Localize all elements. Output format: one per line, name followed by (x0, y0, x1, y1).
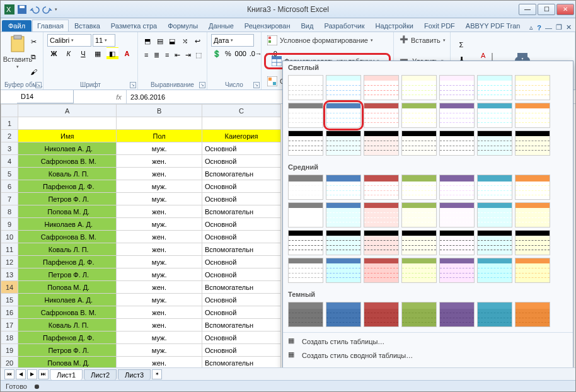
align-right-icon[interactable]: ≡ (163, 49, 171, 61)
cell[interactable]: муж. (117, 142, 202, 155)
column-header[interactable]: B (117, 105, 202, 117)
dialog-launcher-icon[interactable]: ↘ (130, 82, 136, 88)
table-style-swatch[interactable] (515, 302, 550, 327)
align-top-icon[interactable]: ⬒ (142, 35, 153, 47)
table-style-swatch[interactable] (439, 258, 475, 283)
row-header[interactable]: 9 (1, 218, 18, 231)
merge-cells-icon[interactable]: ⬚ (195, 49, 203, 61)
currency-icon[interactable]: 💲 (212, 47, 222, 60)
dialog-launcher-icon[interactable]: ↘ (253, 82, 260, 88)
row-header[interactable]: 18 (1, 331, 18, 344)
row-header[interactable]: 13 (1, 268, 18, 281)
cell[interactable]: Основной (202, 193, 280, 205)
table-style-swatch[interactable] (515, 258, 550, 283)
fill-color-button[interactable]: ◧ (107, 47, 118, 60)
table-style-swatch[interactable] (288, 75, 323, 100)
insert-cells-button[interactable]: ➕Вставить▾ (396, 34, 447, 47)
cell[interactable]: Основной (202, 218, 280, 231)
table-style-swatch[interactable] (477, 302, 512, 327)
cell[interactable]: муж. (117, 218, 202, 231)
cell[interactable]: Вспомогательн (202, 243, 280, 256)
table-style-swatch[interactable] (477, 202, 512, 228)
table-style-swatch[interactable] (364, 175, 399, 200)
table-style-swatch[interactable] (439, 103, 475, 128)
row-header[interactable]: 5 (1, 168, 18, 180)
cell[interactable]: муж. (117, 294, 202, 306)
cell[interactable]: Николаев А. Д. (18, 294, 117, 306)
cell[interactable]: муж. (117, 331, 202, 344)
cell[interactable]: Основной (202, 180, 280, 193)
row-header[interactable]: 6 (1, 180, 18, 193)
row-header[interactable]: 14 (1, 281, 18, 294)
table-style-swatch[interactable] (288, 258, 323, 283)
row-header[interactable]: 11 (1, 243, 18, 256)
table-style-swatch[interactable] (477, 103, 512, 128)
cell[interactable]: Вспомогательн (202, 168, 280, 180)
maximize-button[interactable]: ☐ (538, 4, 555, 15)
table-style-swatch[interactable] (439, 302, 475, 327)
dialog-launcher-icon[interactable]: ↘ (35, 82, 42, 88)
align-bottom-icon[interactable]: ⬓ (168, 35, 178, 47)
row-header[interactable]: 17 (1, 319, 18, 331)
table-style-swatch[interactable] (515, 130, 550, 156)
cell[interactable]: Парфенов Д. Ф. (18, 331, 117, 344)
table-style-swatch[interactable] (439, 75, 475, 100)
tab-formulas[interactable]: Формулы (163, 20, 203, 32)
cell[interactable]: Николаев А. Д. (18, 142, 117, 155)
header-name[interactable]: Имя (18, 130, 117, 142)
cell[interactable]: Вспомогательн (202, 281, 280, 294)
table-style-swatch[interactable] (439, 175, 475, 200)
new-sheet-button[interactable]: ✶ (152, 369, 162, 379)
tab-data[interactable]: Данные (204, 20, 239, 32)
table-style-swatch[interactable] (477, 130, 512, 156)
tab-addins[interactable]: Надстройки (371, 20, 418, 32)
name-box[interactable]: D14 (17, 90, 74, 103)
row-header[interactable]: 16 (1, 306, 18, 319)
sheet-tab-3[interactable]: Лист3 (118, 369, 151, 380)
cell[interactable]: жен. (117, 243, 202, 256)
table-style-swatch[interactable] (326, 175, 361, 200)
align-center-icon[interactable]: ≣ (153, 49, 161, 61)
table-style-swatch[interactable] (326, 302, 361, 327)
row-header[interactable]: 12 (1, 256, 18, 268)
cell[interactable]: Коваль Л. П. (18, 319, 117, 331)
bold-button[interactable]: Ж (48, 47, 60, 60)
table-style-swatch[interactable] (364, 75, 399, 100)
cell[interactable]: Коваль Л. П. (18, 168, 117, 180)
close-button[interactable]: ✕ (556, 4, 574, 15)
increase-indent-icon[interactable]: ⇥ (184, 49, 192, 61)
row-header[interactable]: 19 (1, 344, 18, 357)
row-header[interactable]: 15 (1, 294, 18, 306)
column-header[interactable]: A (18, 105, 117, 117)
save-icon[interactable] (17, 4, 27, 14)
cell[interactable]: Вспомогательн (202, 205, 280, 218)
cell[interactable]: Основной (202, 344, 280, 357)
table-style-swatch[interactable] (326, 103, 361, 128)
table-style-swatch[interactable] (477, 175, 512, 200)
table-style-swatch[interactable] (401, 75, 437, 100)
mdi-close-icon[interactable]: ✕ (566, 23, 572, 32)
table-style-swatch[interactable] (515, 202, 550, 228)
sheet-tab-1[interactable]: Лист1 (50, 369, 83, 380)
table-style-swatch[interactable] (326, 130, 361, 156)
cell[interactable]: Коваль Л. П. (18, 243, 117, 256)
cell[interactable]: жен. (117, 306, 202, 319)
dialog-launcher-icon[interactable]: ↘ (199, 82, 205, 88)
number-format-combo[interactable]: Дата▾ (211, 34, 254, 47)
header-category[interactable]: Каиегория (202, 130, 280, 142)
cell[interactable]: Основной (202, 142, 280, 155)
cut-icon[interactable]: ✂ (27, 35, 40, 48)
font-color-button[interactable]: A (121, 47, 133, 60)
table-style-swatch[interactable] (326, 230, 361, 255)
table-style-swatch[interactable] (401, 103, 437, 128)
table-style-swatch[interactable] (401, 302, 437, 327)
cell[interactable]: муж. (117, 344, 202, 357)
tab-view[interactable]: Вид (296, 20, 319, 32)
minimize-ribbon-icon[interactable]: ▵ (529, 23, 533, 32)
font-name-combo[interactable]: Calibri▾ (47, 34, 91, 47)
table-style-swatch[interactable] (401, 130, 437, 156)
align-middle-icon[interactable]: ▤ (155, 35, 165, 47)
cell[interactable]: Основной (202, 155, 280, 168)
table-style-swatch[interactable] (364, 103, 399, 128)
table-style-swatch[interactable] (515, 75, 550, 100)
